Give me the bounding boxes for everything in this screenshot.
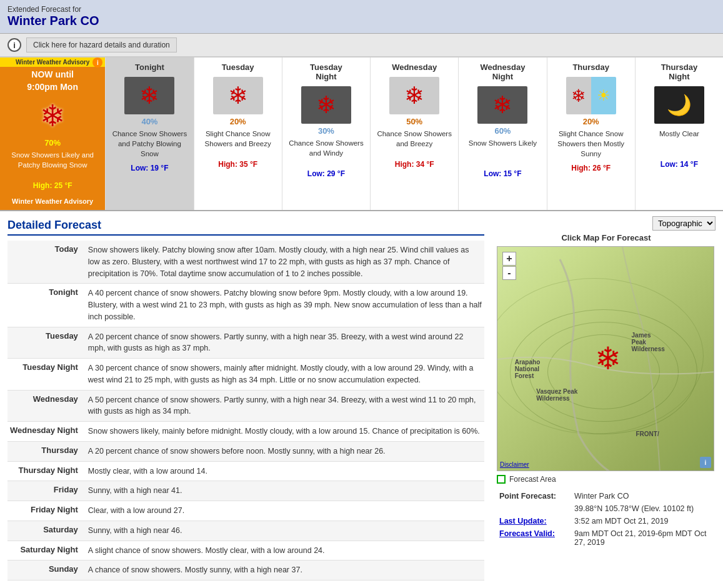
period-name: Tonight	[7, 284, 86, 327]
forecast-table-row: FridaySunny, with a high near 41.	[7, 481, 484, 501]
forecast-table-row: TodaySnow showers likely. Patchy blowing…	[7, 241, 484, 284]
forecast-table-row: Tuesday NightA 30 percent chance of snow…	[7, 359, 484, 391]
map-label-james-peak: JamesPeakWilderness	[632, 332, 665, 352]
point-forecast-label: Point Forecast:	[497, 490, 572, 502]
today-temp: High: 25 °F	[5, 179, 100, 195]
tonight-desc: Chance Snow Showers and Patchy Blowing S…	[106, 126, 193, 161]
forecast-area-legend: Forecast Area	[497, 475, 716, 484]
forecast-grid: Winter Weather Advisory i NOW until9:00p…	[0, 57, 723, 211]
forecast-valid-value: 9am MDT Oct 21, 2019-6pm MDT Oct 27, 201…	[572, 527, 716, 549]
last-update-value: 3:52 am MDT Oct 21, 2019	[572, 515, 716, 527]
period-description: A 30 percent chance of snow showers, mai…	[86, 359, 484, 391]
period-description: Clear, with a low around 27.	[86, 501, 484, 521]
forecast-valid-row: Forecast Valid: 9am MDT Oct 21, 2019-6pm…	[497, 527, 716, 549]
snowflake-icon-tonight: ❄	[139, 82, 159, 109]
forecast-col-thursday: Thursday ❄ ☀ 20% Slight Chance Snow Show…	[547, 57, 636, 210]
tuesday-desc: Slight Chance Snow Showers and Breezy	[194, 126, 282, 157]
forecast-col-wednesday: Wednesday ❄ 50% Chance Snow Showers and …	[371, 57, 459, 210]
period-name: Sunday	[7, 561, 86, 581]
hazard-link[interactable]: Click here for hazard details and durati…	[26, 37, 177, 52]
tuesday-temp: High: 35 °F	[194, 157, 282, 174]
wednesday-temp: High: 34 °F	[371, 157, 458, 174]
wednesday-night-header: WednesdayNight	[459, 57, 546, 84]
tuesday-header: Tuesday	[194, 57, 282, 74]
period-description: A 50 percent chance of snow showers. Par…	[86, 390, 484, 422]
forecast-table-row: TuesdayA 20 percent chance of snow showe…	[7, 327, 484, 359]
snowflake-icon-wed-night: ❄	[492, 91, 512, 119]
main-content: Detailed Forecast TodaySnow showers like…	[0, 211, 723, 588]
today-precip: 70%	[5, 138, 100, 147]
map-zoom-controls: + -	[502, 252, 516, 280]
header-title: Winter Park CO	[7, 14, 716, 28]
period-name: Friday Night	[7, 501, 86, 521]
moon-icon: 🌙	[667, 93, 692, 117]
today-desc: Snow Showers Likely and Patchy Blowing S…	[5, 147, 100, 179]
period-description: Snow showers likely. Patchy blowing snow…	[86, 241, 484, 284]
snowflake-icon: ❄	[40, 98, 65, 133]
today-weather-icon: ❄	[27, 97, 77, 134]
snowflake-icon-thu-left: ❄	[571, 86, 586, 106]
last-update-link[interactable]: Last Update:	[499, 517, 547, 526]
point-forecast-location-row: Point Forecast: Winter Park CO	[497, 490, 716, 502]
snowflake-icon-wed: ❄	[404, 82, 424, 109]
now-label: NOW until9:00pm Mon	[5, 69, 100, 93]
map-label-front: FRONT/	[636, 431, 659, 437]
thursday-night-temp: Low: 14 °F	[636, 157, 723, 174]
forecast-col-thursday-night: ThursdayNight 🌙 Mostly Clear Low: 14 °F	[636, 57, 723, 210]
thursday-desc: Slight Chance Snow Showers then Mostly S…	[547, 126, 635, 161]
advisory-banner: Winter Weather Advisory	[0, 57, 105, 67]
forecast-col-tuesday-night: TuesdayNight ❄ 30% Chance Snow Showers a…	[282, 57, 371, 210]
snowflake-icon-tue-night: ❄	[316, 91, 336, 119]
thursday-night-desc: Mostly Clear	[636, 126, 723, 157]
period-description: Mostly clear, with a low around 14.	[86, 461, 484, 481]
header: Extended Forecast for Winter Park CO	[0, 0, 723, 34]
forecast-table-row: Thursday NightMostly clear, with a low a…	[7, 461, 484, 481]
forecast-valid-link[interactable]: Forecast Valid:	[499, 529, 555, 538]
map-type-select[interactable]: Topographic	[652, 216, 716, 231]
period-name: Thursday Night	[7, 461, 86, 481]
map-disclaimer-link[interactable]: Disclaimer	[500, 461, 529, 468]
tuesday-night-temp: Low: 29 °F	[282, 167, 370, 183]
detailed-forecast-title: Detailed Forecast	[7, 219, 484, 236]
map-zoom-in-button[interactable]: +	[502, 252, 516, 266]
tuesday-night-weather-icon: ❄	[301, 86, 351, 124]
page-wrapper: Extended Forecast for Winter Park CO i C…	[0, 0, 723, 588]
thursday-header: Thursday	[547, 57, 635, 74]
forecast-table-row: WednesdayA 50 percent chance of snow sho…	[7, 390, 484, 422]
sun-icon-thu: ☀	[597, 87, 611, 104]
tonight-precip: 40%	[106, 117, 193, 126]
map-info-button[interactable]: i	[700, 457, 711, 468]
wednesday-desc: Chance Snow Showers and Breezy	[371, 126, 458, 157]
tonight-header: Tonight	[106, 57, 193, 74]
period-description: A slight chance of snow showers. Mostly …	[86, 541, 484, 561]
period-name: Saturday	[7, 521, 86, 541]
forecast-table-row: ThursdayA 20 percent chance of snow show…	[7, 441, 484, 461]
hazard-bar: i Click here for hazard details and dura…	[0, 34, 723, 57]
forecast-table: TodaySnow showers likely. Patchy blowing…	[7, 241, 484, 581]
point-forecast-location: Winter Park CO	[572, 490, 716, 502]
forecast-table-row: Saturday NightA slight chance of snow sh…	[7, 541, 484, 561]
period-description: Sunny, with a high near 41.	[86, 481, 484, 501]
forecast-col-tonight: Tonight ❄ 40% Chance Snow Showers and Pa…	[106, 57, 194, 210]
tonight-weather-icon: ❄	[124, 77, 174, 114]
map-container[interactable]: JamesPeakWilderness ArapahoNationalFores…	[497, 246, 714, 471]
forecast-col-tuesday: Tuesday ❄ 20% Slight Chance Snow Showers…	[194, 57, 282, 210]
map-zoom-out-button[interactable]: -	[502, 266, 516, 280]
wednesday-night-precip: 60%	[459, 126, 546, 136]
tuesday-night-header: TuesdayNight	[282, 57, 370, 84]
tonight-temp: Low: 19 °F	[106, 161, 193, 177]
snowflake-icon-tue: ❄	[228, 82, 248, 109]
tuesday-night-desc: Chance Snow Showers and Windy	[282, 136, 370, 167]
map-controls: Topographic	[497, 216, 716, 231]
thursday-night-header: ThursdayNight	[636, 57, 723, 84]
hazard-info-icon[interactable]: i	[7, 38, 21, 52]
map-section: Topographic Click Map For Forecast	[492, 211, 723, 588]
thursday-temp: High: 26 °F	[547, 161, 635, 177]
point-forecast-table: Point Forecast: Winter Park CO 39.88°N 1…	[497, 490, 716, 549]
forecast-table-row: TonightA 40 percent chance of snow showe…	[7, 284, 484, 327]
wednesday-precip: 50%	[371, 117, 458, 126]
last-update-row: Last Update: 3:52 am MDT Oct 21, 2019	[497, 515, 716, 527]
point-forecast: Point Forecast: Winter Park CO 39.88°N 1…	[497, 490, 716, 549]
period-description: A 20 percent chance of snow showers befo…	[86, 441, 484, 461]
period-description: A chance of snow showers. Mostly sunny, …	[86, 561, 484, 581]
